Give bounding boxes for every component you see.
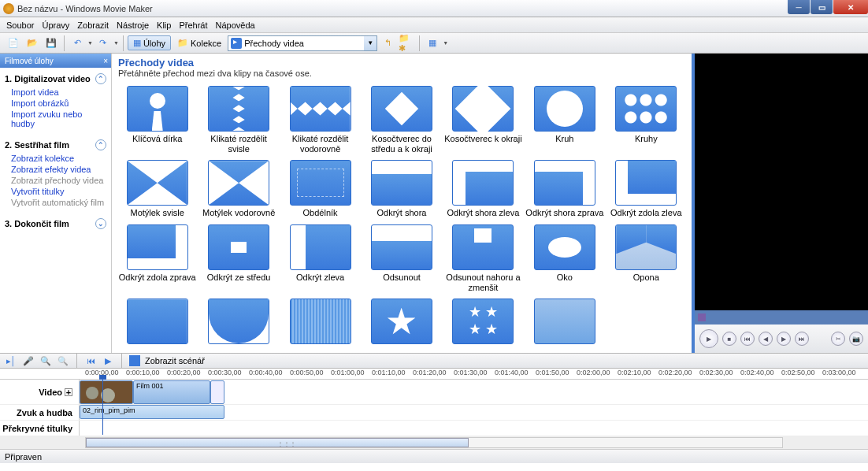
task-section-header[interactable]: 2. Sestříhat film⌃ xyxy=(5,139,106,150)
save-button[interactable]: 💾 xyxy=(43,35,60,52)
video-clip-thumb[interactable] xyxy=(210,380,224,404)
narrate-button[interactable]: 🎤 xyxy=(22,354,35,367)
sidebar-close-icon[interactable]: × xyxy=(103,57,108,65)
menu-klip[interactable]: Klip xyxy=(157,20,171,30)
minimize-button[interactable]: ─ xyxy=(788,0,810,14)
transition-label: Klikaté rozdělit vodorovně xyxy=(281,134,359,154)
transition-item[interactable]: Odkrýt ze středu xyxy=(199,224,277,292)
storyboard-button[interactable]: Zobrazit scénář xyxy=(145,356,205,365)
transition-item[interactable] xyxy=(525,299,603,347)
transition-item[interactable] xyxy=(118,299,196,347)
timeline-hscroll[interactable]: ⋮⋮⋮ xyxy=(0,436,868,449)
transition-item[interactable]: Odkrýt shora xyxy=(362,160,440,218)
timeline-ruler[interactable]: 0:00:00,000:00:10,000:00:20,000:00:30,00… xyxy=(0,369,868,380)
chevron-icon[interactable]: ⌄ xyxy=(95,218,106,229)
transition-item[interactable]: Odkrýt zleva xyxy=(281,224,359,292)
new-folder-button[interactable]: 📁✱ xyxy=(398,35,415,52)
stop-button[interactable]: ■ xyxy=(722,332,736,346)
zoom-out-button[interactable]: 🔍 xyxy=(57,354,69,367)
transition-item[interactable]: Kruh xyxy=(525,86,603,154)
audio-clip[interactable]: 02_rim_pim_pim xyxy=(80,405,224,419)
transition-label: Kosočtverec do středu a k okraji xyxy=(362,134,440,154)
undo-dropdown[interactable]: ▼ xyxy=(87,40,93,46)
rewind-button[interactable]: ⏮ xyxy=(84,354,97,367)
menu-úpravy[interactable]: Úpravy xyxy=(42,20,69,30)
seek-handle-icon[interactable] xyxy=(698,313,706,321)
audio-track[interactable]: 02_rim_pim_pim xyxy=(79,405,868,420)
transition-item[interactable]: Odkrýt shora zprava xyxy=(525,160,603,218)
task-link[interactable]: Import zvuku nebo hudby xyxy=(5,109,106,129)
timeline-tracks: Video+ Film 001 Zvuk a hudba 02_rim_pim_… xyxy=(0,380,868,436)
redo-button[interactable]: ↷ xyxy=(95,35,112,52)
step-back-button[interactable]: ◀ xyxy=(759,332,773,346)
task-link[interactable]: Zobrazit efekty videa xyxy=(5,164,106,175)
play-button[interactable]: ▶ xyxy=(699,329,718,348)
transition-item[interactable] xyxy=(199,299,277,347)
split-button[interactable]: ✂ xyxy=(831,332,845,346)
task-link[interactable]: Import videa xyxy=(5,87,106,98)
tasks-button[interactable]: ▦ Úlohy xyxy=(128,35,171,50)
transition-item[interactable]: Opona xyxy=(607,224,685,292)
combo-value: Přechody videa xyxy=(244,39,304,48)
transition-item[interactable]: Odkrýt zdola zleva xyxy=(607,160,685,218)
menu-nápověda[interactable]: Nápověda xyxy=(215,20,254,30)
transition-item[interactable]: Kosočtverec k okraji xyxy=(444,86,522,154)
transition-item[interactable]: Odsunout xyxy=(362,224,440,292)
transition-item[interactable] xyxy=(281,299,359,347)
transition-item[interactable]: Kruhy xyxy=(607,86,685,154)
playhead[interactable] xyxy=(102,380,103,435)
task-section-header[interactable]: 1. Digitalizovat video⌃ xyxy=(5,73,106,84)
undo-button[interactable]: ↶ xyxy=(69,35,86,52)
video-clip-thumb[interactable] xyxy=(80,380,133,404)
transition-item[interactable]: Obdélník xyxy=(281,160,359,218)
transition-item[interactable] xyxy=(444,299,522,347)
close-button[interactable]: ✕ xyxy=(833,0,868,14)
transition-item[interactable]: Odsunout nahoru a zmenšit xyxy=(444,224,522,292)
task-link[interactable]: Zobrazit kolekce xyxy=(5,153,106,164)
expand-video-icon[interactable]: + xyxy=(65,388,72,396)
next-button[interactable]: ⏭ xyxy=(795,332,809,346)
titles-track[interactable] xyxy=(79,421,868,436)
open-button[interactable]: 📂 xyxy=(24,35,41,52)
play-timeline-button[interactable]: ▶ xyxy=(102,354,114,367)
maximize-button[interactable]: ▭ xyxy=(811,0,833,14)
step-fwd-button[interactable]: ▶ xyxy=(777,332,791,346)
thumbnails-scroll[interactable]: Klíčová dírkaKlikaté rozdělit svisleKlik… xyxy=(112,83,692,353)
menu-zobrazit[interactable]: Zobrazit xyxy=(77,20,109,30)
view-dropdown[interactable]: ▼ xyxy=(443,40,448,46)
collections-button[interactable]: 📁 Kolekce xyxy=(172,36,226,50)
track-label-titles: Překryvné titulky xyxy=(0,424,79,433)
up-button[interactable]: ↰ xyxy=(379,35,396,52)
preview-seekbar[interactable] xyxy=(695,310,868,325)
task-link[interactable]: Vytvořit titulky xyxy=(5,186,106,197)
transition-item[interactable]: Odkrýt shora zleva xyxy=(444,160,522,218)
snapshot-button[interactable]: 📷 xyxy=(849,332,863,346)
ruler-tick: 0:00:30,00 xyxy=(208,369,242,376)
transition-item[interactable]: Klíčová dírka xyxy=(118,86,196,154)
menu-nástroje[interactable]: Nástroje xyxy=(117,20,149,30)
chevron-icon[interactable]: ⌃ xyxy=(95,139,106,150)
location-combo[interactable]: Přechody videa ▼ xyxy=(228,35,377,51)
chevron-icon[interactable]: ⌃ xyxy=(95,73,106,84)
new-button[interactable]: 📄 xyxy=(5,35,22,52)
transition-item[interactable]: Oko xyxy=(525,224,603,292)
menu-soubor[interactable]: Soubor xyxy=(6,20,34,30)
task-link[interactable]: Import obrázků xyxy=(5,98,106,109)
transition-item[interactable]: Klikaté rozdělit vodorovně xyxy=(281,86,359,154)
redo-dropdown[interactable]: ▼ xyxy=(113,40,119,46)
video-track[interactable]: Film 001 xyxy=(79,380,868,404)
prev-button[interactable]: ⏮ xyxy=(740,332,755,346)
transition-item[interactable]: Odkrýt zdola zprava xyxy=(118,224,196,292)
view-button[interactable]: ▦ xyxy=(424,35,441,52)
transition-item[interactable]: Motýlek vodorovně xyxy=(199,160,277,218)
transition-item[interactable]: Kosočtverec do středu a k okraji xyxy=(362,86,440,154)
video-clip[interactable]: Film 001 xyxy=(133,380,210,404)
transition-item[interactable] xyxy=(362,299,440,347)
set-start-button[interactable]: ▸│ xyxy=(5,354,17,367)
task-section-header[interactable]: 3. Dokončit film⌄ xyxy=(5,218,106,229)
transition-item[interactable]: Klikaté rozdělit svisle xyxy=(199,86,277,154)
transition-item[interactable]: Motýlek svisle xyxy=(118,160,196,218)
zoom-in-button[interactable]: 🔍 xyxy=(39,354,52,367)
combo-dropdown[interactable]: ▼ xyxy=(364,36,377,50)
menu-přehrát[interactable]: Přehrát xyxy=(179,20,207,30)
